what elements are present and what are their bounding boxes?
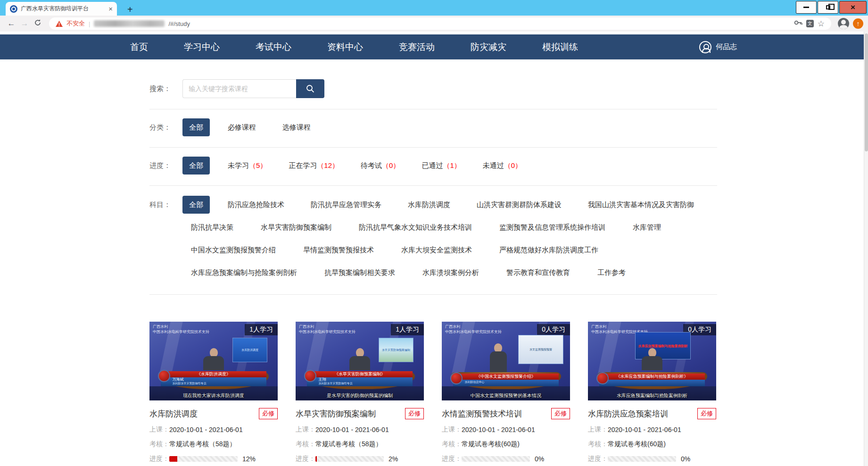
course-thumbnail[interactable]: 广西水利中国水利水电科学研究院技术支持 0人学习 水库应急预案编制与抢险案例剖析… [588,322,716,400]
progress-fill [315,456,317,462]
course-card-grid: 广西水利中国水利水电科学研究院技术支持 1人学习 水库防洪调度 《水库防洪调度》… [149,322,717,463]
progress-row-label: 进度： [296,455,315,463]
nav-item-simulation[interactable]: 模拟训练 [542,41,578,53]
learner-count-badge: 1人学习 [245,324,278,335]
class-time-label: 上课： [442,425,462,434]
nav-item-exam-center[interactable]: 考试中心 [256,41,291,53]
restore-icon [826,5,830,9]
bookmark-star-icon[interactable]: ☆ [818,20,825,28]
nav-item-material-center[interactable]: 资料中心 [327,41,363,53]
page-scrollbar[interactable] [864,32,868,466]
class-time-value: 2020-10-01 - 2021-06-01 [608,426,681,433]
exam-value: 常规试卷考核(60题) [462,440,520,449]
course-card: 广西水利中国水利水电科学研究院技术支持 0人学习 水库应急预案编制与抢险案例剖析… [588,322,716,463]
course-title[interactable]: 水旱灾害防御预案编制 [296,408,376,419]
window-close-button[interactable]: × [839,1,867,14]
progress-option-in-progress[interactable]: 正在学习（12） [289,161,339,170]
subject-tag[interactable]: 水库大坝安全监测技术 [401,246,472,255]
subject-tag[interactable]: 旱情监测预警预报技术 [303,246,374,255]
progress-bar [169,456,238,462]
window-minimize-button[interactable] [796,1,817,14]
exam-label: 考核： [149,440,169,449]
broadcaster-watermark: 广西水利中国水利水电科学研究院技术支持 [445,324,502,334]
course-title[interactable]: 水库防洪应急预案培训 [588,408,668,419]
progress-bar [462,456,530,462]
new-tab-button[interactable]: + [124,3,137,16]
progress-option-failed[interactable]: 未通过（0） [483,161,522,170]
course-title[interactable]: 水库防洪调度 [149,408,198,419]
subject-tag[interactable]: 山洪灾害群测群防体系建设 [477,200,562,209]
tab-title: 广西水旱灾害防御培训平台 [21,5,105,13]
learner-count-badge: 1人学习 [391,324,424,335]
password-key-icon[interactable] [794,19,802,28]
course-card: 广西水利中国水利水电科学研究院技术支持 1人学习 水库防洪调度 《水库防洪调度》… [149,322,278,463]
url-bar[interactable]: 不安全 | /#/study 文 ☆ [49,17,831,30]
class-time-value: 2020-10-01 - 2021-06-01 [315,426,389,433]
category-option-elective[interactable]: 选修课程 [282,123,311,132]
subject-tag[interactable]: 水库溃坝案例分析 [422,268,479,277]
browser-toolbar: ← → 不安全 | /#/study 文 ☆ ↑ [0,16,868,32]
subject-tag[interactable]: 工作参考 [597,268,626,277]
studio-screen: 水库防洪调度 [232,338,267,362]
nav-item-study-center[interactable]: 学习中心 [184,41,220,53]
subject-tag[interactable]: 防汛抗旱气象水文知识业务技术培训 [359,223,472,232]
presenter-figure [349,348,370,370]
subject-tag[interactable]: 防汛抗旱应急管理实务 [311,200,381,209]
main-navigation: 首页 学习中心 考试中心 资料中心 竞赛活动 防灾减灾 模拟训练 何品志 [0,34,868,59]
exam-value: 常规试卷考核(60题) [608,440,666,449]
exam-value: 常规试卷考核（58题） [315,440,382,449]
nav-item-home[interactable]: 首页 [130,41,148,53]
subject-tag[interactable]: 中国水文监测预报预警介绍 [191,246,276,255]
progress-option-passed[interactable]: 已通过（1） [422,161,461,170]
nav-item-competition[interactable]: 竞赛活动 [399,41,435,53]
tab-close-icon[interactable]: × [108,5,113,12]
progress-percent: 2% [389,455,398,463]
url-separator: | [89,20,90,27]
profile-avatar-icon[interactable] [838,18,849,29]
course-thumbnail[interactable]: 广西水利中国水利水电科学研究院技术支持 1人学习 水库防洪调度 《水库防洪调度》… [149,322,278,400]
category-all-button[interactable]: 全部 [182,118,210,136]
studio-screen: 水旱灾害防御预案编制 [379,338,413,362]
minimize-icon [803,7,809,8]
user-menu[interactable]: 何品志 [699,41,737,53]
subject-tag[interactable]: 防汛应急抢险技术 [228,200,284,209]
class-time-value: 2020-10-01 - 2021-06-01 [462,426,535,433]
course-card: 广西水利中国水利水电科学研究院技术支持 0人学习 水文监测预报预警 《中国水文监… [442,322,570,463]
nav-item-disaster-reduction[interactable]: 防灾减灾 [471,41,506,53]
progress-all-button[interactable]: 全部 [182,157,210,175]
translate-icon[interactable]: 文 [806,20,814,27]
course-title[interactable]: 水情监测预警技术培训 [442,408,522,419]
category-option-required[interactable]: 必修课程 [228,123,256,132]
progress-option-awaiting-exam[interactable]: 待考试（0） [361,161,400,170]
subject-tag[interactable]: 水库应急预案编制与抢险案例剖析 [191,268,297,277]
course-thumbnail[interactable]: 广西水利中国水利水电科学研究院技术支持 1人学习 水旱灾害防御预案编制 《水旱灾… [296,322,424,400]
window-restore-button[interactable] [818,1,838,14]
subject-tag[interactable]: 防汛抗旱决策 [191,223,233,232]
subject-tag[interactable]: 水库管理 [633,223,661,232]
progress-bar [608,456,676,462]
browser-titlebar: 广西水旱灾害防御培训平台 × + × [0,0,868,16]
subject-tag[interactable]: 严格规范做好水库防洪调度工作 [499,246,598,255]
progress-row-label: 进度： [588,455,608,463]
reload-button[interactable] [31,19,44,29]
subject-tag[interactable]: 监测预警及信息管理系统操作培训 [499,223,605,232]
subject-tag[interactable]: 警示教育和宣传教育 [506,268,570,277]
subject-tag[interactable]: 抗旱预案编制相关要求 [324,268,395,277]
subject-tag[interactable]: 我国山洪灾害基本情况及灾害防御 [588,200,694,209]
search-button[interactable] [296,79,324,98]
course-thumbnail[interactable]: 广西水利中国水利水电科学研究院技术支持 0人学习 水文监测预报预警 《中国水文监… [442,322,570,400]
search-input[interactable] [182,79,296,98]
user-name: 何品志 [716,42,737,51]
browser-update-icon[interactable]: ↑ [853,18,863,29]
progress-option-not-started[interactable]: 未学习（5） [228,161,267,170]
scrollbar-thumb[interactable] [865,33,868,151]
subject-tag[interactable]: 水库防洪调度 [408,200,450,209]
back-button[interactable]: ← [5,19,18,28]
required-badge: 必修 [697,408,716,419]
progress-row-label: 进度： [442,455,462,463]
subtitle-caption: 水库应急预案编制与抢险案例剖析 [588,392,716,399]
browser-tab[interactable]: 广西水旱灾害防御培训平台 × [6,2,117,16]
subject-tag[interactable]: 水旱灾害防御预案编制 [261,223,331,232]
subject-all-button[interactable]: 全部 [182,196,210,214]
required-badge: 必修 [551,408,570,419]
